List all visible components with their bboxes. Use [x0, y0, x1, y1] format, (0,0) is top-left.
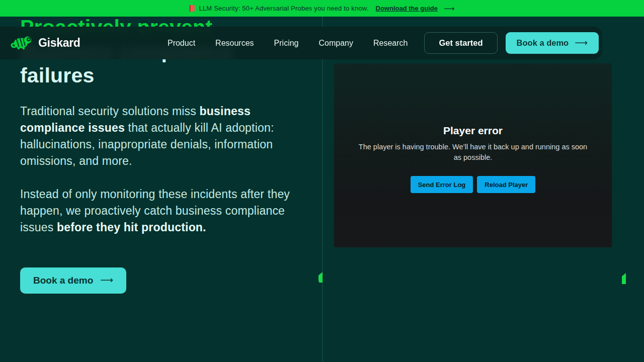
nav-item-research[interactable]: Research [373, 39, 408, 48]
video-player: Player error The player is having troubl… [334, 63, 612, 247]
announcement-banner: LLM Security: 50+ Adversarial Probes you… [0, 0, 644, 17]
player-buttons: Send Error Log Reload Player [411, 176, 536, 193]
arrow-right-icon: ⟶ [100, 275, 113, 286]
book-demo-nav-button[interactable]: Book a demo ⟶ [506, 32, 599, 54]
banner-text: LLM Security: 50+ Adversarial Probes you… [199, 5, 368, 12]
green-accent-shape-left [318, 272, 323, 283]
red-book-icon [189, 5, 195, 12]
giskard-logo-icon [10, 33, 33, 53]
green-accent-shape-right [622, 273, 626, 284]
nav-item-product[interactable]: Product [168, 39, 195, 48]
book-demo-cta-button[interactable]: Book a demo ⟶ [20, 267, 126, 294]
paragraph-bold-text: before they hit production. [57, 221, 206, 234]
brand-home-link[interactable]: Giskard [10, 33, 80, 53]
nav-item-resources[interactable]: Resources [215, 39, 254, 48]
book-demo-nav-label: Book a demo [517, 38, 569, 48]
hero-paragraph-1: Traditional security solutions miss busi… [20, 103, 292, 169]
get-started-button[interactable]: Get started [424, 32, 497, 54]
hero-copy: Traditional security solutions miss busi… [20, 103, 292, 236]
book-demo-cta-label: Book a demo [33, 275, 93, 286]
player-error-message: The player is having trouble. We’ll have… [355, 142, 591, 163]
reload-player-button[interactable]: Reload Player [477, 176, 535, 193]
nav-item-company[interactable]: Company [319, 39, 353, 48]
banner-download-link[interactable]: Download the guide [376, 5, 438, 12]
arrow-right-icon: ⟶ [444, 4, 455, 13]
brand-name: Giskard [38, 36, 80, 50]
nav-links: Product Resources Pricing Company Resear… [168, 39, 408, 48]
paragraph-text: Traditional security solutions miss [20, 105, 200, 118]
hero-heading-line3: failures [20, 64, 94, 87]
nav-item-pricing[interactable]: Pricing [274, 39, 299, 48]
arrow-right-icon: ⟶ [575, 37, 588, 48]
send-error-log-button[interactable]: Send Error Log [411, 176, 473, 193]
player-error-title: Player error [443, 125, 503, 137]
hero-paragraph-2: Instead of only monitoring these inciden… [20, 186, 292, 236]
column-divider [322, 17, 323, 362]
navbar: Giskard Product Resources Pricing Compan… [0, 27, 602, 59]
